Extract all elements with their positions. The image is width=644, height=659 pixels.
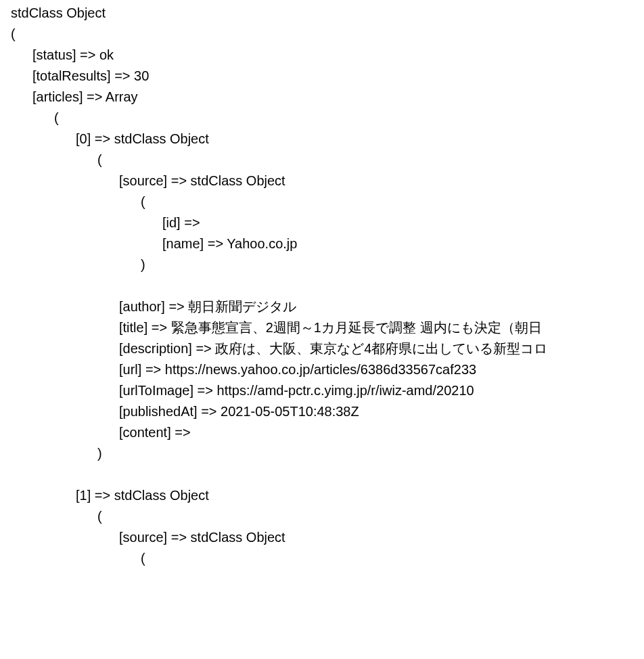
dump-line: ) (11, 254, 644, 275)
dump-line: ( (11, 24, 644, 45)
dump-line: [status] => ok (11, 45, 644, 66)
dump-line: ) (11, 443, 644, 464)
dump-line: stdClass Object (11, 3, 644, 24)
dump-line: ( (11, 548, 644, 569)
dump-line: [publishedAt] => 2021-05-05T10:48:38Z (11, 401, 644, 422)
dump-line: [articles] => Array (11, 87, 644, 108)
dump-line: [1] => stdClass Object (11, 485, 644, 506)
dump-line: ( (11, 191, 644, 212)
dump-line: [author] => 朝日新聞デジタル (11, 296, 644, 317)
dump-line: [source] => stdClass Object (11, 527, 644, 548)
dump-line: [url] => https://news.yahoo.co.jp/articl… (11, 359, 644, 380)
dump-line: [0] => stdClass Object (11, 129, 644, 150)
blank-line (11, 464, 644, 485)
print-r-dump: stdClass Object ( [status] => ok [totalR… (0, 0, 644, 569)
dump-line: [title] => 緊急事態宣言、2週間～1カ月延長で調整 週内にも決定（朝日 (11, 317, 644, 338)
dump-line: ( (11, 506, 644, 527)
dump-line: [name] => Yahoo.co.jp (11, 233, 644, 254)
blank-line (11, 275, 644, 296)
dump-line: [urlToImage] => https://amd-pctr.c.yimg.… (11, 380, 644, 401)
dump-line: ( (11, 108, 644, 129)
dump-line: [content] => (11, 422, 644, 443)
dump-line: ( (11, 150, 644, 171)
dump-line: [source] => stdClass Object (11, 171, 644, 191)
dump-line: [description] => 政府は、大阪、東京など4都府県に出している新型… (11, 338, 644, 359)
dump-line: [id] => (11, 212, 644, 233)
dump-line: [totalResults] => 30 (11, 66, 644, 87)
